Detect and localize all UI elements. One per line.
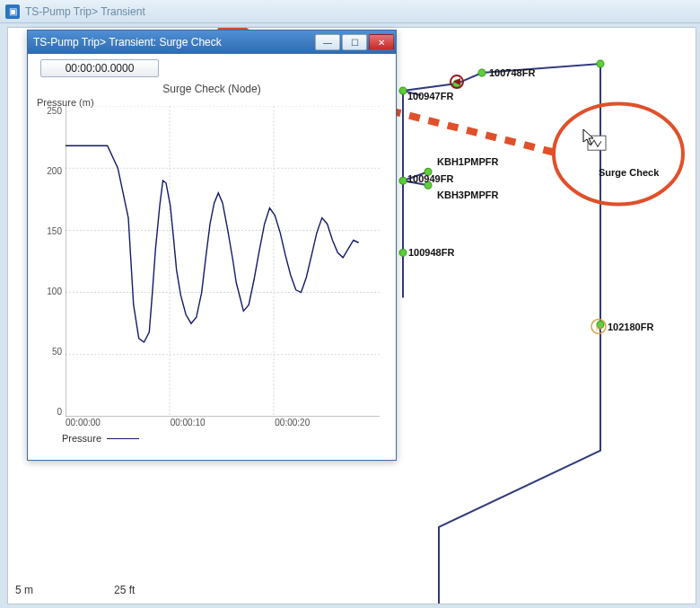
time-display[interactable]: 00:00:00.0000 <box>40 59 159 77</box>
node-kbh3[interactable]: KBH3PMPFR <box>437 189 498 200</box>
popup-title-text: TS-Pump Trip> Transient: Surge Check <box>33 36 222 48</box>
minimize-button[interactable]: — <box>315 34 340 50</box>
chart-popup[interactable]: TS-Pump Trip> Transient: Surge Check — ☐… <box>27 30 397 461</box>
y-axis-ticks: 250 200 150 100 50 0 <box>40 106 62 417</box>
node-100949[interactable]: 100949FR <box>407 173 453 184</box>
legend-line-icon <box>107 438 139 439</box>
maximize-button[interactable]: ☐ <box>342 34 367 50</box>
chart-title: Surge Check (Node) <box>28 83 396 95</box>
svg-rect-13 <box>588 136 606 150</box>
app-icon: ▣ <box>5 4 20 19</box>
main-window-titlebar: ▣ TS-Pump Trip> Transient <box>0 0 700 23</box>
svg-point-7 <box>399 249 407 256</box>
node-100748[interactable]: 100748FR <box>489 67 535 78</box>
svg-point-0 <box>399 87 407 94</box>
svg-point-4 <box>399 177 407 184</box>
node-kbh1[interactable]: KBH1PMPFR <box>437 156 498 167</box>
scale-right: 25 ft <box>114 584 135 596</box>
legend-label: Pressure <box>62 433 101 444</box>
svg-text:M: M <box>596 324 602 332</box>
svg-point-2 <box>478 69 486 76</box>
svg-point-3 <box>597 60 604 67</box>
node-surge-check-label[interactable]: Surge Check <box>599 167 659 178</box>
chart-plot-area[interactable] <box>66 106 380 417</box>
x-axis-ticks: 00:00:00 00:00:10 00:00:20 <box>66 418 380 427</box>
close-button[interactable]: ✕ <box>369 34 394 50</box>
legend: Pressure <box>62 433 139 444</box>
node-102180[interactable]: 102180FR <box>608 322 653 332</box>
popup-titlebar[interactable]: TS-Pump Trip> Transient: Surge Check — ☐… <box>28 31 396 54</box>
main-window-title: TS-Pump Trip> Transient <box>25 5 145 18</box>
scale-left: 5 m <box>15 584 33 596</box>
node-100947[interactable]: 100947FR <box>407 91 453 101</box>
node-100948[interactable]: 100948FR <box>408 247 454 258</box>
